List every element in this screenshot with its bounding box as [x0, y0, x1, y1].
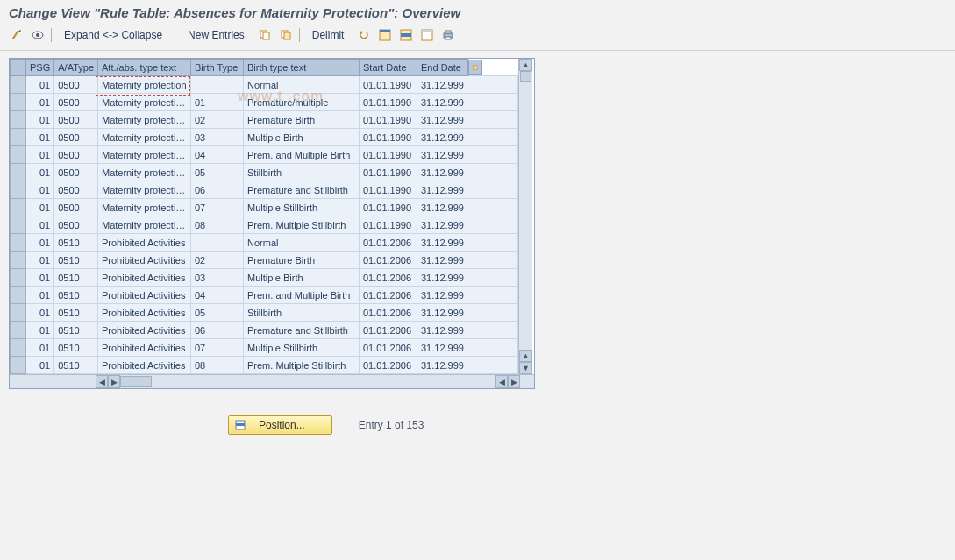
cell-btext[interactable]: Stillbirth [244, 164, 360, 181]
row-selector[interactable] [11, 199, 26, 216]
horizontal-scrollbar-left[interactable]: ◀ ▶ [96, 375, 182, 388]
cell-psg[interactable]: 01 [26, 94, 54, 111]
cell-atext[interactable]: Maternity protecti… [98, 164, 191, 181]
cell-end[interactable]: 31.12.999 [417, 287, 518, 304]
table-row[interactable]: 010510Prohibited Activities08Prem. Multi… [11, 357, 518, 374]
cell-atext[interactable]: Prohibited Activities [98, 234, 191, 252]
cell-atype[interactable]: 0500 [54, 111, 98, 129]
cell-btype[interactable]: 05 [191, 304, 244, 322]
scroll-track[interactable] [519, 71, 532, 350]
delimit-button[interactable]: Delimit [305, 27, 352, 43]
cell-end[interactable]: 31.12.999 [417, 322, 518, 339]
cell-atext[interactable]: Prohibited Activities [98, 287, 191, 304]
table-row[interactable]: 010500Maternity protecti…06Premature and… [11, 181, 518, 199]
cell-psg[interactable]: 01 [26, 304, 54, 322]
cell-atext[interactable]: Maternity protecti… [98, 216, 191, 234]
cell-btext[interactable]: Stillbirth [244, 304, 360, 322]
row-selector[interactable] [11, 339, 26, 357]
cell-psg[interactable]: 01 [26, 269, 54, 287]
cell-atype[interactable]: 0510 [54, 322, 98, 339]
hscroll-thumb[interactable] [120, 376, 152, 387]
cell-end[interactable]: 31.12.999 [417, 304, 518, 322]
table-row[interactable]: 010500Maternity protecti…08Prem. Multipl… [11, 216, 518, 234]
cell-start[interactable]: 01.01.2006 [360, 252, 417, 269]
table-row[interactable]: 010510Prohibited Activities07Multiple St… [11, 339, 518, 357]
cell-atype[interactable]: 0510 [54, 357, 98, 374]
cell-psg[interactable]: 01 [26, 357, 54, 374]
row-selector[interactable] [11, 76, 26, 94]
row-selector[interactable] [11, 181, 26, 199]
cell-atext[interactable]: Maternity protecti… [98, 129, 191, 146]
cell-start[interactable]: 01.01.2006 [360, 234, 417, 252]
cell-atype[interactable]: 0500 [54, 164, 98, 181]
cell-btype[interactable] [191, 234, 244, 252]
other-view-icon[interactable] [30, 27, 46, 43]
cell-atype[interactable]: 0510 [54, 339, 98, 357]
cell-btype[interactable]: 01 [191, 94, 244, 111]
table-row[interactable]: 010510Prohibited Activities03Multiple Bi… [11, 269, 518, 287]
col-psg[interactable]: PSG [26, 60, 54, 76]
cell-psg[interactable]: 01 [26, 216, 54, 234]
cell-atext[interactable]: Prohibited Activities [98, 252, 191, 269]
cell-end[interactable]: 31.12.999 [417, 199, 518, 216]
row-selector[interactable] [11, 216, 26, 234]
table-row[interactable]: 010510Prohibited Activities02Premature B… [11, 252, 518, 269]
col-atype[interactable]: A/AType [54, 60, 98, 76]
cell-btext[interactable]: Premature and Stillbirth [244, 322, 360, 339]
cell-psg[interactable]: 01 [26, 234, 54, 252]
row-selector[interactable] [11, 164, 26, 181]
deselect-all-icon[interactable] [419, 27, 435, 43]
cell-atype[interactable]: 0510 [54, 304, 98, 322]
cell-end[interactable]: 31.12.999 [417, 357, 518, 374]
cell-start[interactable]: 01.01.1990 [360, 216, 417, 234]
hscroll-right-icon[interactable]: ▶ [508, 375, 520, 388]
row-selector[interactable] [11, 94, 26, 111]
undo-icon[interactable] [356, 27, 372, 43]
cell-start[interactable]: 01.01.2006 [360, 339, 417, 357]
new-entries-button[interactable]: New Entries [181, 27, 252, 43]
cell-psg[interactable]: 01 [26, 199, 54, 216]
cell-end[interactable]: 31.12.999 [417, 129, 518, 146]
row-selector[interactable] [11, 111, 26, 129]
cell-end[interactable]: 31.12.999 [417, 339, 518, 357]
col-end[interactable]: End Date [417, 60, 468, 76]
cell-psg[interactable]: 01 [26, 164, 54, 181]
table-row[interactable]: 010510Prohibited Activities04Prem. and M… [11, 287, 518, 304]
cell-atext[interactable]: Prohibited Activities [98, 304, 191, 322]
cell-end[interactable]: 31.12.999 [417, 164, 518, 181]
table-row[interactable]: 010510Prohibited Activities06Premature a… [11, 322, 518, 339]
cell-atype[interactable]: 0500 [54, 146, 98, 164]
copy-icon[interactable] [257, 27, 273, 43]
cell-start[interactable]: 01.01.1990 [360, 94, 417, 111]
cell-end[interactable]: 31.12.999 [417, 76, 518, 94]
cell-end[interactable]: 31.12.999 [417, 252, 518, 269]
scroll-up-icon[interactable]: ▲ [519, 59, 532, 71]
cell-btype[interactable]: 02 [191, 111, 244, 129]
table-row[interactable]: 010510Prohibited ActivitiesNormal01.01.2… [11, 234, 518, 252]
cell-btext[interactable]: Prem. Multiple Stillbirth [244, 216, 360, 234]
cell-btext[interactable]: Prem. Multiple Stillbirth [244, 357, 360, 374]
cell-atext[interactable]: Maternity protecti… [98, 94, 191, 111]
hscroll-left-icon[interactable]: ◀ [96, 375, 108, 388]
cell-start[interactable]: 01.01.1990 [360, 146, 417, 164]
toggle-display-icon[interactable] [9, 27, 25, 43]
cell-atext[interactable]: Maternity protecti… [98, 146, 191, 164]
row-selector[interactable] [11, 252, 26, 269]
cell-btype[interactable]: 06 [191, 322, 244, 339]
col-select[interactable] [11, 60, 26, 76]
row-selector[interactable] [11, 269, 26, 287]
select-all-icon[interactable] [377, 27, 393, 43]
cell-btype[interactable]: 06 [191, 181, 244, 199]
cell-end[interactable]: 31.12.999 [417, 146, 518, 164]
cell-psg[interactable]: 01 [26, 181, 54, 199]
cell-btype[interactable]: 03 [191, 269, 244, 287]
print-icon[interactable] [440, 27, 456, 43]
cell-atext[interactable]: Maternity protecti… [98, 181, 191, 199]
scroll-down-page-icon[interactable]: ▲ [519, 350, 532, 362]
cell-atype[interactable]: 0510 [54, 234, 98, 252]
cell-psg[interactable]: 01 [26, 287, 54, 304]
col-atext[interactable]: Att./abs. type text [98, 60, 191, 76]
cell-end[interactable]: 31.12.999 [417, 234, 518, 252]
cell-btext[interactable]: Multiple Stillbirth [244, 199, 360, 216]
cell-btext[interactable]: Premature Birth [244, 111, 360, 129]
